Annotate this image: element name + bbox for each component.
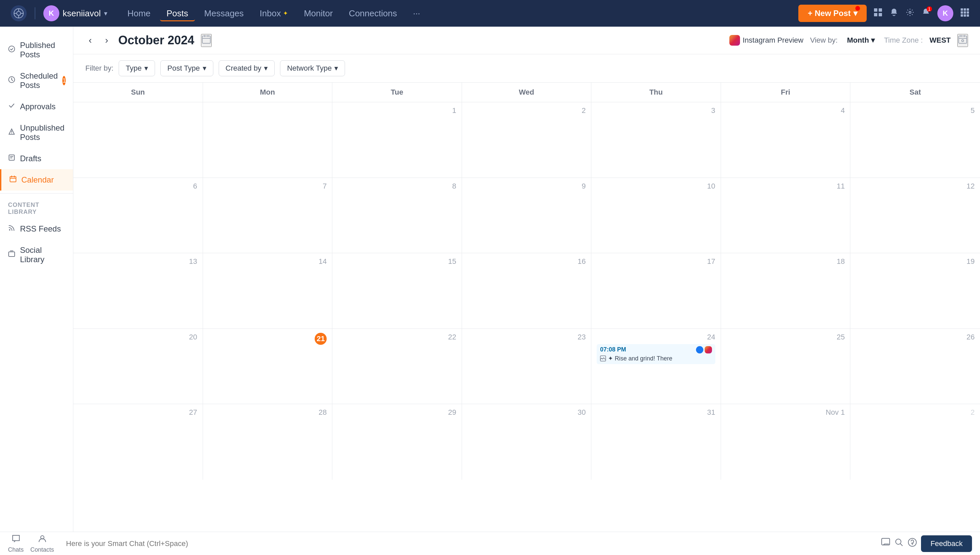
nav-messages[interactable]: Messages	[198, 6, 251, 21]
cal-cell-oct-15[interactable]: 15	[333, 253, 462, 329]
alerts-icon[interactable]: 1	[921, 8, 931, 19]
cal-cell-nov-1[interactable]: Nov 1	[721, 404, 851, 480]
filter-network-type-dropdown-icon: ▾	[334, 64, 338, 73]
cal-cell-oct-16[interactable]: 16	[462, 253, 592, 329]
cal-cell-oct-19[interactable]: 19	[850, 253, 980, 329]
nav-more[interactable]: ···	[406, 6, 427, 21]
settings-icon[interactable]	[905, 8, 915, 19]
prev-month-button[interactable]: ‹	[85, 34, 95, 47]
contacts-button[interactable]: Contacts	[31, 534, 54, 553]
cal-cell-oct-1[interactable]: 1	[333, 102, 462, 178]
next-month-button[interactable]: ›	[102, 34, 111, 47]
bottom-right-actions: Feedback	[881, 535, 972, 552]
cal-cell-oct-31[interactable]: 31	[591, 404, 721, 480]
cal-cell-oct-8[interactable]: 8	[333, 178, 462, 253]
app-logo[interactable]	[11, 5, 27, 21]
filter-network-type-button[interactable]: Network Type ▾	[280, 60, 345, 76]
filter-type-button[interactable]: Type ▾	[119, 60, 155, 76]
cal-cell-oct-28[interactable]: 28	[203, 404, 333, 480]
svg-rect-6	[874, 8, 877, 12]
social-library-label: Social Library	[20, 245, 65, 264]
instagram-preview-label: Instagram Preview	[743, 36, 803, 45]
cal-cell-oct-30[interactable]: 30	[462, 404, 592, 480]
sidebar-item-published-posts[interactable]: Published Posts	[0, 35, 73, 65]
cal-cell-oct-29[interactable]: 29	[333, 404, 462, 480]
instagram-preview-button[interactable]: Instagram Preview	[729, 35, 803, 46]
grid-view-icon[interactable]	[873, 8, 883, 19]
svg-rect-25	[10, 176, 16, 182]
cal-cell-oct-25[interactable]: 25	[721, 329, 851, 404]
sidebar-divider	[0, 193, 73, 194]
cal-cell-oct-20[interactable]: 20	[73, 329, 203, 404]
user-avatar[interactable]: K	[43, 5, 59, 21]
notifications-bell-icon[interactable]	[889, 8, 899, 19]
cal-cell-empty-2[interactable]	[203, 102, 333, 178]
view-by-select[interactable]: Month ▾	[844, 35, 877, 46]
cal-cell-oct-9[interactable]: 9	[462, 178, 592, 253]
calendar-settings-icon[interactable]	[958, 34, 968, 47]
nav-links: Home Posts Messages Inbox✦ Monitor Conne…	[120, 6, 790, 21]
sidebar-item-unpublished-posts[interactable]: Unpublished Posts	[0, 117, 73, 148]
sidebar-item-calendar[interactable]: Calendar	[0, 169, 73, 191]
cal-cell-oct-13[interactable]: 13	[73, 253, 203, 329]
app-grid-icon[interactable]	[960, 8, 969, 19]
search-icon-bottom[interactable]	[894, 538, 904, 549]
cal-cell-oct-23[interactable]: 23	[462, 329, 592, 404]
filter-created-by-button[interactable]: Created by ▾	[218, 60, 275, 76]
nav-inbox[interactable]: Inbox✦	[253, 6, 295, 21]
cal-cell-oct-5[interactable]: 5	[850, 102, 980, 178]
approvals-icon	[8, 102, 15, 111]
instagram-icon	[729, 35, 740, 46]
calendar-body: 1 2 3 4 5 6 7 8 9 10 11 12	[73, 102, 980, 555]
rss-feeds-label: RSS Feeds	[20, 224, 61, 234]
day-header-sun: Sun	[73, 83, 203, 102]
cal-cell-oct-18[interactable]: 18	[721, 253, 851, 329]
smart-chat-input[interactable]	[61, 539, 874, 548]
cal-cell-oct-27[interactable]: 27	[73, 404, 203, 480]
user-profile-dropdown[interactable]: K kseniiavol ▾	[43, 5, 107, 21]
sidebar-item-drafts[interactable]: Drafts	[0, 148, 73, 169]
user-dropdown-icon[interactable]: ▾	[104, 9, 107, 17]
cal-cell-oct-4[interactable]: 4	[721, 102, 851, 178]
sidebar-item-rss-feeds[interactable]: RSS Feeds	[0, 218, 73, 239]
filter-post-type-button[interactable]: Post Type ▾	[160, 60, 213, 76]
cal-cell-oct-22[interactable]: 22	[333, 329, 462, 404]
svg-rect-27	[9, 252, 14, 257]
sidebar-item-social-library[interactable]: Social Library	[0, 239, 73, 270]
cal-cell-oct-3[interactable]: 3	[591, 102, 721, 178]
cal-cell-nov-2[interactable]: 2	[850, 404, 980, 480]
feedback-button[interactable]: Feedback	[921, 535, 972, 552]
nav-connections[interactable]: Connections	[342, 6, 404, 21]
calendar-week-5: 27 28 29 30 31 Nov 1 2	[73, 404, 980, 480]
cal-cell-oct-6[interactable]: 6	[73, 178, 203, 253]
svg-rect-18	[964, 14, 966, 17]
cal-cell-oct-11[interactable]: 11	[721, 178, 851, 253]
chats-button[interactable]: Chats	[8, 534, 24, 553]
sidebar-item-approvals[interactable]: Approvals	[0, 96, 73, 117]
cal-cell-oct-12[interactable]: 12	[850, 178, 980, 253]
user-avatar-right[interactable]: K	[937, 5, 953, 21]
cal-cell-oct-17[interactable]: 17	[591, 253, 721, 329]
instagram-post-icon	[705, 346, 712, 353]
new-post-button[interactable]: + New Post ▾	[798, 5, 867, 22]
sidebar-item-scheduled-posts[interactable]: Scheduled Posts 1	[0, 65, 73, 96]
nav-posts[interactable]: Posts	[160, 6, 195, 21]
calendar-label: Calendar	[21, 175, 54, 184]
cal-cell-oct-21-today[interactable]: 21	[203, 329, 333, 404]
nav-home[interactable]: Home	[120, 6, 157, 21]
calendar-picker-icon[interactable]	[201, 34, 212, 47]
cal-cell-oct-10[interactable]: 10	[591, 178, 721, 253]
cal-cell-oct-7[interactable]: 7	[203, 178, 333, 253]
cal-cell-oct-24[interactable]: 24 07:08 PM ✦ Rise an	[591, 329, 721, 404]
nav-monitor[interactable]: Monitor	[297, 6, 340, 21]
chat-icon-bottom[interactable]	[881, 538, 890, 549]
calendar-title: October 2024	[118, 33, 194, 47]
cal-cell-oct-14[interactable]: 14	[203, 253, 333, 329]
event-time: 07:08 PM	[600, 346, 626, 353]
cal-cell-oct-2[interactable]: 2	[462, 102, 592, 178]
drafts-label: Drafts	[20, 154, 41, 163]
cal-cell-empty-1[interactable]	[73, 102, 203, 178]
cal-cell-oct-26[interactable]: 26	[850, 329, 980, 404]
calendar-event[interactable]: 07:08 PM ✦ Rise and grind! There	[597, 344, 715, 364]
help-icon-bottom[interactable]	[908, 538, 917, 549]
